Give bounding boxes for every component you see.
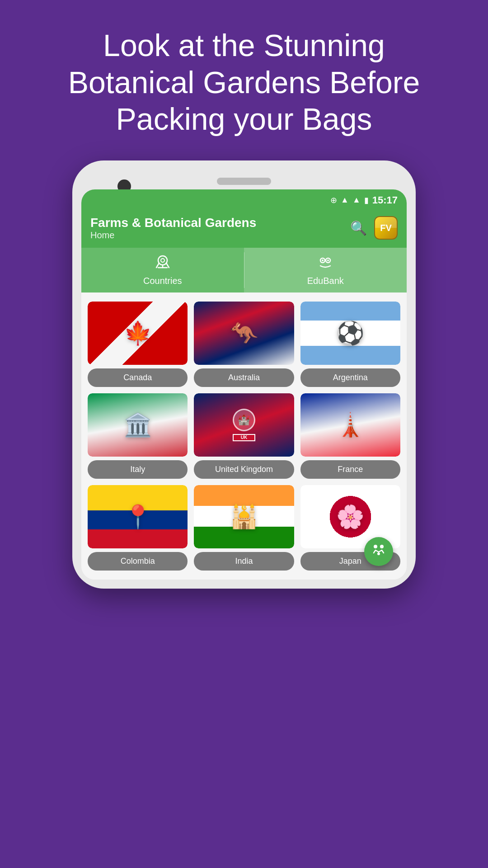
france-flag-art: 🗼 bbox=[300, 393, 400, 457]
battery-icon: ▮ bbox=[364, 195, 369, 205]
hero-title: Look at the Stunning Botanical Gardens B… bbox=[0, 0, 488, 160]
tab-bar: Countries EduBank bbox=[81, 248, 407, 292]
signal-full-icon: ▲ bbox=[352, 195, 361, 205]
tab-countries[interactable]: Countries bbox=[81, 248, 244, 292]
phone-speaker bbox=[217, 178, 271, 185]
country-image-argentina: ⚽ bbox=[300, 302, 400, 365]
country-card-colombia[interactable]: 📍 Colombia bbox=[88, 485, 188, 571]
status-time: 15:17 bbox=[372, 194, 398, 206]
svg-point-10 bbox=[374, 545, 377, 548]
uk-label: United Kingdom bbox=[194, 460, 294, 479]
canada-label: Canada bbox=[88, 368, 188, 387]
fab-icon bbox=[371, 542, 386, 561]
country-card-france[interactable]: 🗼 France bbox=[300, 393, 400, 479]
italy-label: Italy bbox=[88, 460, 188, 479]
india-label: India bbox=[194, 552, 294, 571]
fab-button[interactable] bbox=[364, 537, 393, 566]
search-button[interactable]: 🔍 bbox=[350, 220, 367, 236]
svg-line-2 bbox=[156, 263, 159, 268]
country-image-australia: 🦘 bbox=[194, 302, 294, 365]
app-title: Farms & Botanical Gardens bbox=[90, 216, 350, 230]
argentina-flag-art: ⚽ bbox=[300, 302, 400, 365]
colombia-flag-art: 📍 bbox=[88, 485, 188, 548]
status-icons: ⊕ ▲ ▲ ▮ 15:17 bbox=[330, 194, 398, 206]
svg-point-8 bbox=[322, 259, 324, 261]
svg-line-3 bbox=[166, 263, 169, 268]
france-label: France bbox=[300, 460, 400, 479]
colombia-label: Colombia bbox=[88, 552, 188, 571]
tab-edubank-label: EduBank bbox=[307, 276, 344, 286]
edubank-tab-icon bbox=[317, 254, 333, 273]
search-icon: 🔍 bbox=[350, 221, 367, 236]
italy-flag-art: 🏛️ bbox=[88, 393, 188, 457]
australia-label: Australia bbox=[194, 368, 294, 387]
fv-badge[interactable]: FV bbox=[374, 216, 398, 240]
svg-point-12 bbox=[377, 552, 380, 555]
svg-point-0 bbox=[158, 256, 167, 265]
svg-point-9 bbox=[327, 259, 329, 261]
country-image-india: 🕌 bbox=[194, 485, 294, 548]
tab-edubank[interactable]: EduBank bbox=[244, 248, 407, 292]
uk-flag-art: 🏰 UK bbox=[194, 393, 294, 457]
phone-notch bbox=[81, 170, 407, 189]
countries-tab-icon bbox=[155, 254, 171, 273]
phone-frame: ⊕ ▲ ▲ ▮ 15:17 Farms & Botanical Gardens … bbox=[72, 160, 416, 589]
country-image-uk: 🏰 UK bbox=[194, 393, 294, 457]
app-bar-left: Farms & Botanical Gardens Home bbox=[90, 216, 350, 241]
app-subtitle: Home bbox=[90, 230, 350, 241]
country-card-argentina[interactable]: ⚽ Argentina bbox=[300, 302, 400, 387]
country-card-uk[interactable]: 🏰 UK United Kingdom bbox=[194, 393, 294, 479]
countries-grid: 🍁 Canada 🦘 Australia ⚽ bbox=[81, 292, 407, 580]
signal-icon: ▲ bbox=[341, 195, 349, 205]
phone-screen: ⊕ ▲ ▲ ▮ 15:17 Farms & Botanical Gardens … bbox=[81, 189, 407, 580]
country-image-france: 🗼 bbox=[300, 393, 400, 457]
australia-flag-art: 🦘 bbox=[194, 302, 294, 365]
country-image-italy: 🏛️ bbox=[88, 393, 188, 457]
canada-flag-art: 🍁 bbox=[88, 302, 188, 365]
status-bar: ⊕ ▲ ▲ ▮ 15:17 bbox=[81, 189, 407, 211]
fv-badge-text: FV bbox=[380, 223, 392, 233]
india-flag-art: 🕌 bbox=[194, 485, 294, 548]
svg-point-11 bbox=[380, 545, 384, 548]
wifi-icon: ⊕ bbox=[330, 195, 337, 205]
country-card-italy[interactable]: 🏛️ Italy bbox=[88, 393, 188, 479]
argentina-label: Argentina bbox=[300, 368, 400, 387]
app-bar-icons: 🔍 FV bbox=[350, 216, 398, 240]
country-card-canada[interactable]: 🍁 Canada bbox=[88, 302, 188, 387]
tab-countries-label: Countries bbox=[143, 276, 182, 286]
country-card-australia[interactable]: 🦘 Australia bbox=[194, 302, 294, 387]
country-image-colombia: 📍 bbox=[88, 485, 188, 548]
svg-point-1 bbox=[161, 259, 164, 262]
app-bar: Farms & Botanical Gardens Home 🔍 FV bbox=[81, 211, 407, 248]
country-card-india[interactable]: 🕌 India bbox=[194, 485, 294, 571]
country-image-canada: 🍁 bbox=[88, 302, 188, 365]
